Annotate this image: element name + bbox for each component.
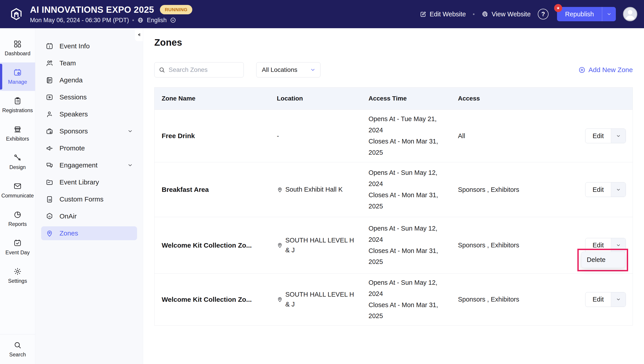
- rail-item-registrations[interactable]: Registrations: [0, 91, 35, 119]
- edit-button[interactable]: Edit: [586, 183, 611, 197]
- edit-dropdown-toggle[interactable]: [611, 238, 626, 253]
- sidebar-item-speakers[interactable]: Speakers: [35, 106, 143, 123]
- event-title: AI INNOVATIONS EXPO 2025: [30, 5, 154, 15]
- location-filter-select[interactable]: All Locations: [256, 62, 320, 77]
- sidebar-item-team[interactable]: Team: [35, 55, 143, 72]
- chevron-down-icon: [310, 67, 316, 73]
- location-cell: -: [270, 132, 361, 140]
- chevron-down-icon: [606, 12, 612, 17]
- map-pin-icon: [46, 230, 54, 237]
- access-cell: Sponsors , Exhibitors: [451, 186, 541, 194]
- zone-name-cell: Breakfast Area: [154, 186, 270, 194]
- chevron-down-icon: [616, 187, 621, 192]
- column-header-location: Location: [270, 95, 361, 102]
- speaker-person-icon: [46, 110, 54, 118]
- republish-dropdown-toggle[interactable]: [602, 7, 616, 21]
- rail-item-dashboard[interactable]: Dashboard: [0, 34, 35, 62]
- magnifier-icon: [14, 341, 22, 349]
- column-header-access: Access: [451, 95, 541, 102]
- sidebar-item-sessions[interactable]: Sessions: [35, 89, 143, 106]
- folder-icon: [46, 178, 54, 186]
- chevron-down-icon: [127, 128, 133, 134]
- access-time-cell: Opens At - Sun May 12, 2024 Closes At - …: [361, 277, 451, 322]
- sidebar-item-event-info[interactable]: Event Info: [35, 38, 143, 55]
- edit-split-button[interactable]: Edit: [585, 292, 626, 307]
- chevron-down-icon: [616, 133, 621, 139]
- sidebar-item-sponsors[interactable]: Sponsors: [35, 123, 143, 140]
- access-time-cell: Opens At - Sun May 12, 2024 Closes At - …: [361, 223, 451, 268]
- sidebar-item-event-library[interactable]: Event Library: [35, 174, 143, 191]
- sidebar-collapse-button[interactable]: [135, 28, 143, 41]
- map-pin-icon: [277, 296, 283, 302]
- edit-split-button[interactable]: Edit: [585, 182, 626, 197]
- edit-pencil-icon: [420, 11, 427, 18]
- sidebar-item-custom-forms[interactable]: Custom Forms: [35, 191, 143, 208]
- onair-hexagon-icon: [46, 213, 54, 220]
- app-logo-icon: [8, 6, 24, 22]
- table-row: Free Drink - Opens At - Tue May 21, 2024…: [154, 109, 632, 162]
- rail-spacer: [0, 290, 35, 334]
- add-new-zone-button[interactable]: Add New Zone: [578, 66, 633, 74]
- collapse-sidebar-icon: [136, 32, 142, 37]
- edit-website-link[interactable]: Edit Website: [420, 11, 466, 18]
- dot-separator: [132, 20, 134, 21]
- dashboard-grid-icon: [14, 40, 22, 48]
- user-avatar[interactable]: [623, 7, 637, 21]
- agenda-doc-icon: [46, 76, 54, 84]
- search-zones-box[interactable]: [154, 62, 244, 77]
- sidebar-item-promote[interactable]: Promote: [35, 140, 143, 157]
- edit-dropdown-toggle[interactable]: [611, 129, 626, 143]
- sidebar-item-agenda[interactable]: Agenda: [35, 72, 143, 89]
- page-title: Zones: [154, 37, 633, 48]
- edit-button[interactable]: Edit: [586, 292, 611, 307]
- help-button[interactable]: ?: [538, 9, 548, 20]
- language-label[interactable]: English: [147, 17, 167, 24]
- edit-dropdown-toggle[interactable]: [611, 292, 626, 307]
- event-datetime: Mon May 06, 2024 - 06:30 PM (PDT): [30, 17, 129, 24]
- chat-bubbles-icon: [46, 161, 54, 169]
- search-icon: [158, 67, 165, 73]
- delete-menu-item[interactable]: Delete: [587, 256, 606, 263]
- access-cell: Sponsors , Exhibitors: [451, 242, 541, 249]
- megaphone-icon: [46, 144, 54, 152]
- plus-circle-icon: [578, 66, 586, 74]
- clipboard-list-icon: [14, 97, 22, 105]
- sidebar-item-engagement[interactable]: Engagement: [35, 157, 143, 174]
- edit-button[interactable]: Edit: [586, 129, 611, 143]
- access-cell: All: [451, 132, 541, 140]
- location-cell: South Exhibit Hall K: [270, 185, 361, 195]
- rail-item-communicate[interactable]: Communicate: [0, 176, 35, 205]
- column-header-zone-name: Zone Name: [154, 95, 270, 102]
- calendar-info-icon: [46, 42, 54, 50]
- rail-item-reports[interactable]: Reports: [0, 205, 35, 233]
- pie-chart-icon: [14, 211, 22, 219]
- rail-item-design[interactable]: Design: [0, 148, 35, 176]
- view-website-link[interactable]: View Website: [482, 11, 531, 18]
- main-content: Zones All Locations Add New Zone Zone Na…: [143, 28, 644, 364]
- person-icon: [624, 8, 636, 21]
- edit-button[interactable]: Edit: [586, 238, 611, 253]
- rail-item-search[interactable]: Search: [0, 334, 35, 364]
- rail-item-settings[interactable]: Settings: [0, 261, 35, 290]
- rail-item-event-day[interactable]: Event Day: [0, 233, 35, 261]
- calendar-gear-icon: [14, 68, 22, 77]
- search-zones-input[interactable]: [168, 66, 240, 73]
- sidebar-item-zones[interactable]: Zones: [41, 226, 137, 240]
- rail-item-exhibitors[interactable]: Exhibitors: [0, 119, 35, 148]
- gear-icon: [14, 267, 22, 276]
- zones-table: Zone Name Location Access Time Access Fr…: [154, 87, 633, 325]
- briefcase-icon: [46, 127, 54, 135]
- republish-button[interactable]: Republish: [557, 7, 602, 21]
- pen-icon: [14, 153, 22, 162]
- edit-dropdown-menu: Delete: [581, 252, 625, 268]
- edit-dropdown-toggle[interactable]: [611, 183, 626, 197]
- sidebar-item-onair[interactable]: OnAir: [35, 208, 143, 225]
- edit-split-button[interactable]: Edit: [585, 128, 626, 143]
- globe-icon: [137, 17, 144, 23]
- location-cell: SOUTH HALL LEVEL H & J: [270, 236, 361, 255]
- edit-split-button[interactable]: Edit: [585, 238, 626, 253]
- language-chevron-icon[interactable]: [170, 17, 176, 23]
- envelope-icon: [14, 182, 22, 190]
- actions-cell: Edit: [541, 162, 632, 217]
- rail-item-manage[interactable]: Manage: [0, 62, 35, 91]
